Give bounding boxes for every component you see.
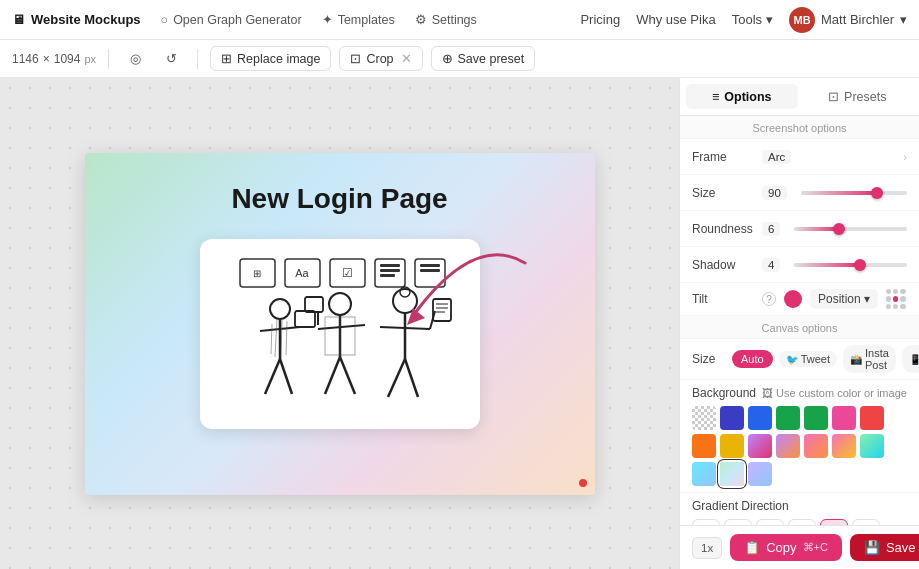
eye-icon: ◎ bbox=[130, 51, 141, 66]
size-instastory-chip[interactable]: 📱Insta Story bbox=[902, 345, 919, 373]
nav-item-templates[interactable]: ✦ Templates bbox=[314, 8, 403, 31]
shadow-row: Shadow 4 bbox=[680, 247, 919, 283]
size-value: 90 bbox=[762, 186, 787, 200]
tools-menu[interactable]: Tools ▾ bbox=[732, 12, 773, 27]
dimension-separator: × bbox=[43, 52, 50, 66]
nav-logo[interactable]: 🖥 Website Mockups bbox=[12, 12, 141, 27]
size-auto-chip[interactable]: Auto bbox=[732, 350, 773, 368]
tilt-row: Tilt ? Position ▾ bbox=[680, 283, 919, 316]
svg-line-17 bbox=[280, 359, 292, 394]
width-value: 1146 bbox=[12, 52, 39, 66]
canvas-area[interactable]: New Login Page ⊞ Aa ☑ bbox=[0, 78, 679, 569]
bookmark-icon: ⊕ bbox=[442, 51, 453, 66]
presets-tab[interactable]: ⊡ Presets bbox=[802, 84, 914, 109]
nav-item-opengraph[interactable]: ○ Open Graph Generator bbox=[153, 9, 310, 31]
svg-line-16 bbox=[265, 359, 280, 394]
right-panel: ≡ Options ⊡ Presets Screenshot options F… bbox=[679, 78, 919, 569]
svg-rect-31 bbox=[305, 297, 323, 312]
crop-button[interactable]: ⊡ Crop ✕ bbox=[339, 46, 422, 71]
frame-value: Arc bbox=[762, 150, 791, 164]
swatch-grad-rose[interactable] bbox=[804, 434, 828, 458]
options-tab[interactable]: ≡ Options bbox=[686, 84, 798, 109]
svg-rect-22 bbox=[295, 311, 315, 327]
canvas-title: New Login Page bbox=[85, 183, 595, 215]
swatch-grad-gold[interactable] bbox=[832, 434, 856, 458]
copy-button[interactable]: 📋 Copy ⌘+C bbox=[730, 534, 842, 561]
user-menu[interactable]: MB Matt Birchler ▾ bbox=[789, 7, 907, 33]
copy-shortcut: ⌘+C bbox=[803, 541, 828, 554]
swatch-grad-sky[interactable] bbox=[692, 462, 716, 486]
svg-point-23 bbox=[329, 293, 351, 315]
panel-scroll[interactable]: Screenshot options Frame Arc › Size 90 R… bbox=[680, 116, 919, 525]
crop-close-icon[interactable]: ✕ bbox=[401, 51, 412, 66]
swatch-green[interactable] bbox=[776, 406, 800, 430]
swatch-grad-lavender[interactable] bbox=[748, 462, 772, 486]
bottom-bar: 1x 📋 Copy ⌘+C 💾 Save JPG bbox=[680, 525, 919, 569]
swatch-grad-peach[interactable] bbox=[776, 434, 800, 458]
replace-image-button[interactable]: ⊞ Replace image bbox=[210, 46, 331, 71]
swatch-grad-selected[interactable] bbox=[720, 462, 744, 486]
save-preset-button[interactable]: ⊕ Save preset bbox=[431, 46, 536, 71]
swatch-pink[interactable] bbox=[832, 406, 856, 430]
size-label: Size bbox=[692, 186, 754, 200]
grid-dot-3[interactable] bbox=[900, 289, 905, 294]
refresh-button[interactable]: ↺ bbox=[157, 45, 185, 73]
image-icon: 🖼 bbox=[762, 387, 773, 399]
grid-dot-7[interactable] bbox=[886, 304, 891, 309]
shadow-label: Shadow bbox=[692, 258, 754, 272]
position-label: Position bbox=[818, 292, 861, 306]
swatch-orange[interactable] bbox=[692, 434, 716, 458]
size-tweet-chip[interactable]: 🐦Tweet bbox=[779, 351, 837, 367]
position-button[interactable]: Position ▾ bbox=[810, 289, 878, 309]
grid-dot-5-active[interactable] bbox=[893, 296, 898, 301]
sliders-icon: ≡ bbox=[712, 90, 719, 104]
swatch-red[interactable] bbox=[860, 406, 884, 430]
svg-line-26 bbox=[325, 357, 340, 394]
grid-dot-1[interactable] bbox=[886, 289, 891, 294]
grid-dot-4[interactable] bbox=[886, 296, 891, 301]
size-row: Size 90 bbox=[680, 175, 919, 211]
swatch-grad-purple[interactable] bbox=[748, 434, 772, 458]
options-tab-label: Options bbox=[724, 90, 771, 104]
svg-line-19 bbox=[275, 319, 277, 357]
grid-dot-9[interactable] bbox=[900, 304, 905, 309]
copy-label: Copy bbox=[766, 540, 796, 555]
pricing-link[interactable]: Pricing bbox=[580, 12, 620, 27]
tilt-question-icon: ? bbox=[762, 292, 776, 306]
roundness-label: Roundness bbox=[692, 222, 754, 236]
grid-dot-2[interactable] bbox=[893, 289, 898, 294]
size-instapost-chip[interactable]: 📸Insta Post bbox=[843, 345, 896, 373]
tilt-indicator[interactable] bbox=[784, 290, 802, 308]
user-avatar: MB bbox=[789, 7, 815, 33]
arrow-svg bbox=[395, 253, 535, 353]
custom-color-link[interactable]: 🖼 Use custom color or image bbox=[762, 387, 907, 399]
svg-text:Aa: Aa bbox=[295, 267, 309, 279]
grid-dot-8[interactable] bbox=[893, 304, 898, 309]
save-icon: 💾 bbox=[864, 540, 880, 555]
swatch-blue[interactable] bbox=[748, 406, 772, 430]
swatch-yellow[interactable] bbox=[720, 434, 744, 458]
save-label: Save bbox=[886, 540, 916, 555]
top-nav: 🖥 Website Mockups ○ Open Graph Generator… bbox=[0, 0, 919, 40]
swatch-grad-mint[interactable] bbox=[860, 434, 884, 458]
swatch-indigo[interactable] bbox=[720, 406, 744, 430]
why-pika-link[interactable]: Why use Pika bbox=[636, 12, 715, 27]
save-button[interactable]: 💾 Save JPG bbox=[850, 534, 919, 561]
zoom-button[interactable]: 1x bbox=[692, 537, 722, 559]
transparent-swatch[interactable] bbox=[692, 406, 716, 430]
custom-label: Use custom color or image bbox=[776, 387, 907, 399]
canvas-size-row: Size Auto 🐦Tweet 📸Insta Post 📱Insta Stor… bbox=[680, 339, 919, 380]
image-dimensions: 1146 × 1094 px bbox=[12, 52, 96, 66]
tools-label: Tools bbox=[732, 12, 762, 27]
frame-chevron-icon[interactable]: › bbox=[903, 151, 907, 163]
nav-item-label: Settings bbox=[432, 13, 477, 27]
grid-dot-6[interactable] bbox=[900, 296, 905, 301]
size-slider[interactable] bbox=[801, 191, 907, 195]
position-grid[interactable] bbox=[886, 289, 906, 309]
canvas-size-label: Size bbox=[692, 352, 726, 366]
swatch-green2[interactable] bbox=[804, 406, 828, 430]
shadow-slider[interactable] bbox=[794, 263, 907, 267]
visibility-toggle-button[interactable]: ◎ bbox=[121, 45, 149, 73]
roundness-slider[interactable] bbox=[794, 227, 907, 231]
nav-item-settings[interactable]: ⚙ Settings bbox=[407, 8, 485, 31]
